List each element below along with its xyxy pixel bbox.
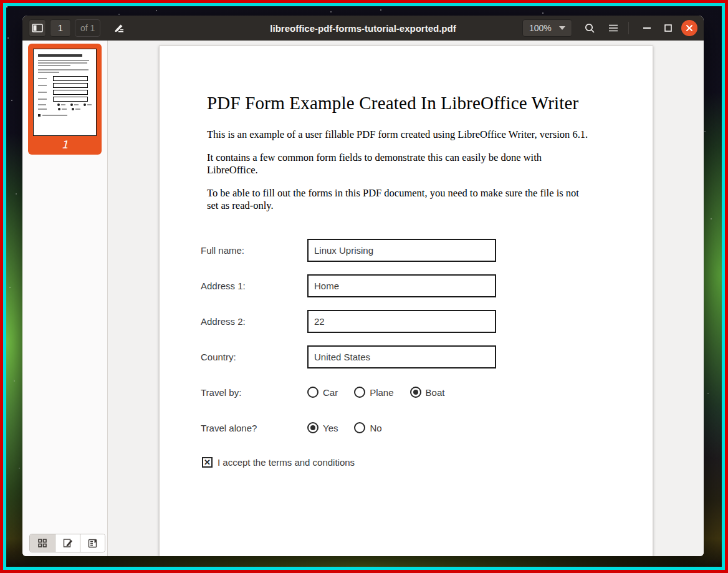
radio-option-no[interactable]: No (354, 422, 381, 433)
thumbnails-view-button[interactable] (30, 534, 55, 552)
app-menu-button[interactable] (603, 18, 623, 38)
document-heading: PDF Form Example Created In LibreOffice … (207, 93, 592, 113)
radio-icon (410, 387, 421, 398)
search-button[interactable] (580, 18, 600, 38)
radio-icon (354, 422, 365, 433)
radio-option-plane[interactable]: Plane (354, 387, 393, 398)
radio-icon (354, 387, 365, 398)
page-count-label: of 1 (75, 19, 100, 37)
bookmarks-view-button[interactable] (80, 534, 105, 552)
page-thumbnail-selected[interactable]: 1 (28, 44, 102, 155)
sidebar-view-switcher (29, 534, 105, 552)
maximize-button[interactable] (660, 20, 676, 36)
country-input[interactable]: United States (307, 345, 496, 368)
minimize-button[interactable] (639, 20, 655, 36)
form-row-address1: Address 1: Home (201, 274, 653, 297)
titlebar: 1 of 1 libreoffice-pdf-forms-tutorial-ex… (22, 16, 704, 41)
zoom-level-dropdown[interactable]: 100% (522, 19, 572, 37)
terms-checkbox[interactable] (202, 457, 213, 468)
close-button[interactable] (681, 20, 697, 36)
thumbnail-sidebar: 1 (22, 41, 108, 556)
evince-window: 1 of 1 libreoffice-pdf-forms-tutorial-ex… (22, 16, 704, 556)
radio-group-travel-by: Travel by: Car Plane (201, 386, 653, 398)
document-view[interactable]: PDF Form Example Created In LibreOffice … (108, 41, 704, 556)
radio-option-car[interactable]: Car (307, 387, 338, 398)
minimize-icon (643, 27, 651, 29)
field-label: Travel alone? (201, 423, 307, 433)
close-icon (686, 24, 693, 32)
titlebar-separator (628, 22, 629, 34)
document-paragraph: This is an example of a user fillable PD… (207, 128, 592, 140)
field-label: Travel by: (201, 387, 307, 398)
annotations-view-icon (63, 538, 73, 548)
chevron-down-icon (559, 26, 565, 30)
hamburger-menu-icon (608, 24, 618, 32)
bookmarks-view-icon (88, 539, 98, 548)
radio-label: Car (323, 387, 338, 398)
document-paragraph: To be able to fill out the forms in this… (207, 187, 592, 211)
annotate-button[interactable] (109, 18, 129, 38)
desktop-wallpaper: 1 of 1 libreoffice-pdf-forms-tutorial-ex… (6, 6, 722, 567)
document-paragraph: It contains a few common form fields to … (207, 152, 592, 176)
radio-icon (307, 387, 318, 398)
full-name-input[interactable]: Linux Uprising (307, 239, 496, 262)
terms-checkbox-label: I accept the terms and conditions (218, 457, 355, 468)
search-icon (584, 22, 595, 34)
annotate-pen-icon (113, 22, 125, 34)
form-row-full-name: Full name: Linux Uprising (201, 239, 653, 262)
zoom-level-value: 100% (529, 23, 552, 33)
radio-label: Boat (426, 387, 445, 398)
star-field (6, 6, 7, 7)
annotations-view-button[interactable] (55, 534, 80, 552)
field-label: Address 2: (201, 316, 307, 327)
radio-label: No (370, 423, 381, 433)
radio-option-boat[interactable]: Boat (410, 387, 445, 398)
thumbnails-view-icon (38, 539, 47, 547)
radio-label: Plane (370, 387, 393, 398)
sidebar-toggle-button[interactable] (29, 19, 46, 37)
field-label: Country: (201, 352, 307, 362)
radio-icon (307, 422, 318, 433)
terms-checkbox-row: I accept the terms and conditions (161, 456, 653, 468)
radio-label: Yes (323, 423, 338, 433)
page-thumbnail-image (33, 49, 97, 136)
page-number-input[interactable]: 1 (50, 19, 71, 37)
form-row-address2: Address 2: 22 (201, 310, 653, 333)
thumbnail-page-number: 1 (62, 138, 69, 151)
address1-input[interactable]: Home (307, 274, 496, 297)
maximize-icon (664, 24, 672, 32)
radio-group-travel-alone: Travel alone? Yes No (201, 421, 653, 434)
sidebar-toggle-icon (32, 24, 43, 32)
form-row-country: Country: United States (201, 345, 653, 368)
address2-input[interactable]: 22 (307, 310, 496, 333)
pdf-page: PDF Form Example Created In LibreOffice … (159, 46, 653, 556)
radio-option-yes[interactable]: Yes (307, 422, 338, 433)
field-label: Address 1: (201, 281, 307, 291)
field-label: Full name: (201, 245, 307, 256)
